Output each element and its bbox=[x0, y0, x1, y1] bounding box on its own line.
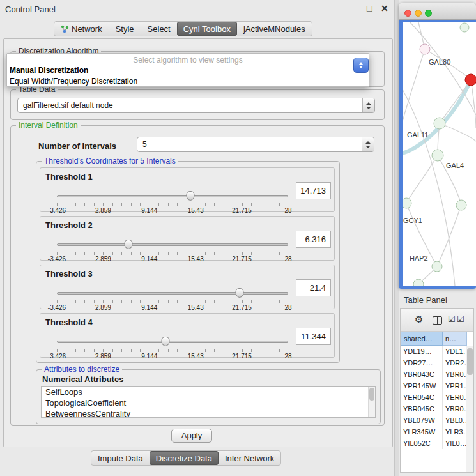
slider-ticks bbox=[57, 203, 288, 206]
network-edge bbox=[403, 49, 425, 121]
stepper-down-icon bbox=[359, 66, 363, 68]
threshold-4-slider[interactable]: -3.4262.8599.14415.4321.71528 bbox=[57, 337, 288, 358]
slider-thumb[interactable] bbox=[186, 191, 194, 201]
network-node-selected[interactable] bbox=[465, 74, 476, 86]
algorithm-option-manual[interactable]: Manual Discretization bbox=[10, 66, 88, 75]
table-row[interactable]: YBR043CYBR0… bbox=[401, 369, 467, 380]
threshold-3-value-field[interactable]: 21.4 bbox=[296, 279, 331, 296]
threshold-3-slider[interactable]: -3.4262.8599.14415.4321.71528 bbox=[57, 288, 288, 310]
tab-network[interactable]: Network bbox=[54, 22, 109, 36]
network-window-titlebar[interactable] bbox=[399, 3, 476, 20]
network-node[interactable] bbox=[456, 200, 466, 210]
slider-track[interactable] bbox=[57, 243, 288, 246]
stepper-up-icon bbox=[359, 62, 363, 65]
table-row[interactable]: YIL052CYIL0… bbox=[401, 438, 467, 449]
table-header-row: shared… n… bbox=[401, 332, 467, 346]
network-node[interactable] bbox=[413, 279, 424, 286]
table-row[interactable]: YBL079WYBL0… bbox=[401, 415, 467, 426]
threshold-1-value-field[interactable]: 14.713 bbox=[296, 182, 331, 199]
threshold-label: Threshold 1 bbox=[45, 172, 93, 181]
number-of-intervals-value: 5 bbox=[137, 140, 362, 149]
combobox-stepper-icon[interactable] bbox=[362, 98, 374, 112]
column-header-name[interactable]: n… bbox=[443, 332, 467, 346]
tab-impute-data[interactable]: Impute Data bbox=[91, 451, 150, 465]
tab-infer-network[interactable]: Infer Network bbox=[219, 451, 280, 465]
table-row[interactable]: YER054CYER0… bbox=[401, 392, 467, 403]
algorithm-option-equal-width[interactable]: Equal Width/Frequency Discretization bbox=[10, 77, 137, 86]
table-body: YDL19…YDL1… YDR27…YDR2… YBR043CYBR0… YPR… bbox=[401, 346, 467, 449]
threshold-2-value-field[interactable]: 6.316 bbox=[296, 231, 331, 248]
slider-thumb[interactable] bbox=[162, 337, 170, 346]
network-edge bbox=[471, 80, 476, 128]
list-item[interactable]: TopologicalCoefficient bbox=[42, 397, 375, 408]
panel-title: Control Panel bbox=[5, 4, 56, 14]
network-node[interactable] bbox=[460, 23, 469, 32]
checkbox-icon[interactable]: ☑ bbox=[457, 314, 464, 325]
table-row[interactable]: YDL19…YDL1… bbox=[401, 346, 467, 357]
table-row[interactable]: YLR345WYLR3… bbox=[401, 426, 467, 438]
table-row[interactable]: YPR145WYPR1… bbox=[401, 380, 467, 392]
list-item[interactable]: BetweennessCentrality bbox=[42, 408, 375, 418]
table-row[interactable]: YBR045CYBR0… bbox=[401, 403, 467, 415]
algorithm-placeholder-option: Select algorithm to view settings bbox=[7, 56, 369, 65]
slider-track[interactable] bbox=[57, 195, 288, 197]
network-edge bbox=[440, 80, 471, 123]
node-label-gal80: GAL80 bbox=[429, 58, 450, 66]
threshold-3-panel: Threshold 3 -3.4262.8599.14415.4321.7152… bbox=[40, 265, 335, 309]
threshold-2-slider[interactable]: -3.4262.8599.14415.4321.71528 bbox=[57, 240, 288, 261]
slider-ticks bbox=[57, 300, 288, 303]
close-traffic-light[interactable] bbox=[404, 10, 411, 17]
network-node-gal11[interactable] bbox=[434, 118, 445, 129]
apply-button[interactable]: Apply bbox=[171, 429, 212, 443]
network-node-hap2[interactable] bbox=[432, 261, 442, 272]
slider-thumb[interactable] bbox=[235, 288, 243, 298]
table-panel: ⚙ ☑ ☑ shared… n… YDL19…YDL1… YDR27…YDR2…… bbox=[400, 308, 474, 473]
slider-track[interactable] bbox=[57, 341, 288, 343]
slider-track[interactable] bbox=[57, 292, 288, 295]
table-data-combobox[interactable]: galFiltered.sif default node bbox=[17, 98, 375, 113]
scrollbar-thumb[interactable] bbox=[369, 388, 374, 401]
slider-scale: -3.4262.8599.14415.4321.71528 bbox=[57, 256, 288, 263]
slider-thumb[interactable] bbox=[125, 240, 133, 249]
node-label-hap2: HAP2 bbox=[410, 254, 428, 262]
checkbox-icon[interactable]: ☑ bbox=[448, 314, 456, 325]
network-node-gal4[interactable] bbox=[432, 150, 443, 161]
network-icon bbox=[61, 25, 69, 33]
minimize-icon[interactable]: □ bbox=[367, 3, 372, 13]
column-header-shared-name[interactable]: shared… bbox=[401, 332, 443, 346]
tab-jactivemnodules[interactable]: jActiveMNodules bbox=[237, 22, 312, 36]
threshold-label: Threshold 2 bbox=[45, 220, 93, 230]
gear-icon[interactable]: ⚙ bbox=[415, 314, 423, 325]
numerical-attributes-label: Numerical Attributes bbox=[42, 374, 123, 384]
algorithm-dropdown-popup: Select algorithm to view settings Manual… bbox=[6, 53, 369, 87]
tab-style[interactable]: Style bbox=[109, 22, 141, 36]
close-icon[interactable]: ✕ bbox=[381, 3, 388, 13]
combobox-stepper-icon[interactable] bbox=[362, 137, 374, 151]
zoom-traffic-light[interactable] bbox=[425, 10, 432, 17]
scrollbar-thumb[interactable] bbox=[467, 348, 473, 375]
minimize-traffic-light[interactable] bbox=[415, 10, 422, 17]
table-row[interactable]: YDR27…YDR2… bbox=[401, 357, 467, 369]
threshold-1-slider[interactable]: -3.4262.8599.14415.4321.71528 bbox=[57, 191, 288, 213]
tab-discretize-data[interactable]: Discretize Data bbox=[150, 451, 219, 465]
threshold-4-value-field[interactable]: 11.344 bbox=[296, 328, 331, 345]
table-data-group: Table Data galFiltered.sif default node bbox=[10, 89, 385, 120]
threshold-1-panel: Threshold 1 -3.4262.8599.14415.4321.7152… bbox=[40, 167, 335, 212]
network-node-gal80[interactable] bbox=[420, 44, 430, 54]
slider-ticks bbox=[57, 349, 288, 352]
network-graph: GAL80 GAL11 GAL4 GCY1 HAP2 bbox=[403, 22, 476, 286]
tab-select[interactable]: Select bbox=[141, 22, 177, 36]
network-canvas[interactable]: GAL80 GAL11 GAL4 GCY1 HAP2 bbox=[403, 22, 476, 286]
algorithm-combobox-stepper[interactable] bbox=[353, 58, 369, 73]
network-edge bbox=[410, 22, 476, 115]
columns-icon[interactable] bbox=[433, 316, 442, 325]
list-scrollbar[interactable] bbox=[368, 387, 375, 417]
tab-cyni-toolbox[interactable]: Cyni Toolbox bbox=[177, 22, 237, 36]
network-node-gcy1[interactable] bbox=[403, 198, 411, 208]
number-of-intervals-combobox[interactable]: 5 bbox=[137, 137, 374, 152]
slider-scale: -3.4262.8599.14415.4321.71528 bbox=[57, 304, 288, 311]
table-scrollbar[interactable] bbox=[466, 346, 473, 472]
table-toolbar: ⚙ ☑ ☑ bbox=[401, 309, 473, 332]
threshold-2-panel: Threshold 2 -3.4262.8599.14415.4321.7152… bbox=[40, 216, 335, 261]
list-item[interactable]: SelfLoops bbox=[42, 387, 375, 397]
